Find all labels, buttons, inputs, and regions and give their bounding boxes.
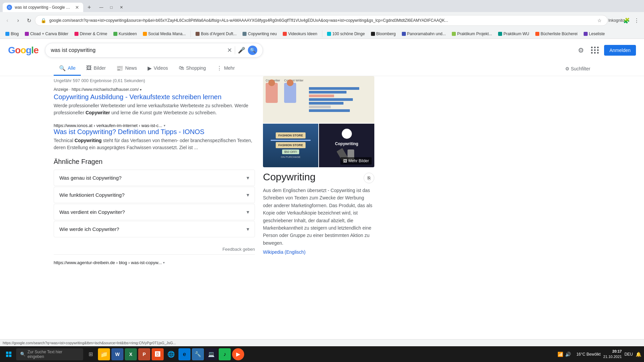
tab-mehr[interactable]: ⋮ Mehr: [211, 62, 240, 76]
bookmark-bois[interactable]: Bois d'Argent Duft...: [193, 31, 239, 37]
tab-shopping[interactable]: 🛍 Shopping: [173, 62, 211, 75]
mehr-bilder-badge[interactable]: 🖼 Mehr Bilder: [340, 157, 372, 165]
search-nav: 🔍 Alle 🖼 Bilder 📰 News ▶ Videos 🛍 Shoppi…: [0, 62, 644, 76]
organic-result-title[interactable]: Was ist Copywriting? Definition und Tipp…: [54, 128, 255, 136]
microphone-icon[interactable]: 🎤: [238, 47, 245, 54]
bottom-result-url: https://www.agentur-dreibein.de › blog ›…: [54, 260, 255, 265]
taskbar-search[interactable]: 🔍 Zur Suche Text hier eingeben: [16, 348, 83, 360]
bookmark-videokurs[interactable]: Videokurs Ideen: [280, 31, 320, 37]
taskbar-app-app10[interactable]: ▶: [232, 348, 244, 360]
browser-window: G was ist copywriting - Google Su... ✕ +…: [0, 0, 644, 362]
tab-videos[interactable]: ▶ Videos: [142, 62, 173, 76]
network-icon[interactable]: 📶: [557, 352, 563, 357]
feedback-row[interactable]: Feedback geben: [54, 244, 255, 254]
bookmark-social-media[interactable]: Social Media Mana...: [140, 31, 189, 37]
svg-rect-0: [6, 352, 8, 354]
taskbar-app-chrome[interactable]: 🌐: [165, 348, 177, 360]
mehr-tab-icon: ⋮: [217, 65, 222, 71]
svg-rect-3: [9, 355, 11, 357]
logo-l: l: [31, 45, 34, 55]
ad-result: Anzeige · https://www.michaelschafhauser…: [54, 87, 255, 116]
reload-button[interactable]: ↻: [24, 16, 34, 25]
tab-news[interactable]: 📰 News: [111, 62, 142, 76]
search-bar[interactable]: ✕ 🎤 🔍: [45, 43, 263, 58]
close-button[interactable]: ✕: [117, 3, 126, 12]
share-button[interactable]: ⎘: [364, 173, 374, 183]
ad-url: https://www.michaelschafhauser.com/: [71, 87, 139, 92]
bookmark-label: Social Media Mana...: [148, 32, 186, 36]
ad-result-title[interactable]: Copywriting Ausbildung - Verkaufstexte s…: [54, 93, 255, 101]
copywriter-figure: [266, 83, 278, 103]
bookmark-dinner[interactable]: Dinner & Crime: [72, 31, 110, 37]
bookmark-star-icon[interactable]: ☆: [595, 16, 603, 24]
sidebar-copywriting-image[interactable]: Copywriting 🖼 Mehr Bilder: [319, 124, 374, 167]
bookmark-icon: [243, 32, 247, 36]
taskbar-search-icon: 🔍: [20, 352, 25, 357]
bookmark-kursideen[interactable]: Kursideen: [111, 31, 140, 37]
minimize-button[interactable]: —: [97, 3, 106, 12]
bookmark-100-dinge[interactable]: 100 schöne Dinge: [324, 31, 368, 37]
bookmark-label: Panoramabahn und...: [407, 32, 446, 36]
logo-b: G: [8, 45, 15, 55]
organic-result-snippet: Technical Copywriting steht für das Verf…: [54, 137, 255, 151]
settings-icon[interactable]: ⚙: [576, 45, 586, 55]
bookmark-panorama[interactable]: Panoramabahn und...: [399, 31, 448, 37]
faq-item-3[interactable]: Was verdient ein Copywriter? ▾: [54, 204, 255, 220]
ad-url-dropdown[interactable]: ▾: [140, 88, 142, 92]
fashion-price: $50 OFF!: [282, 149, 299, 154]
faq-chevron-3: ▾: [247, 209, 249, 215]
signin-button[interactable]: Anmelden: [604, 45, 636, 56]
taskbar-app-app8[interactable]: 💻: [205, 348, 217, 360]
maximize-button[interactable]: □: [107, 3, 116, 12]
start-button[interactable]: [3, 348, 15, 360]
bookmark-leseliste[interactable]: Leseliste: [581, 31, 607, 37]
taskbar-app-files[interactable]: 📁: [98, 348, 110, 360]
bookmark-praktikum-wu[interactable]: Praktikum WU: [495, 31, 532, 37]
knowledge-source-link[interactable]: Wikipedia (Englisch): [263, 249, 374, 255]
clear-icon[interactable]: ✕: [227, 47, 232, 54]
search-submit-icon[interactable]: 🔍: [248, 46, 257, 55]
profile-button[interactable]: Inkognito: [612, 16, 621, 25]
suchfilter-button[interactable]: ⚙ Suchfilter: [565, 66, 590, 71]
tab-close-button[interactable]: ✕: [75, 5, 79, 10]
extensions-button[interactable]: 🧩: [622, 16, 631, 25]
bookmark-bloomberg[interactable]: Bloomberg: [368, 31, 398, 37]
breadcrumb-text: https://www.ionos.at › verkaufen-im-inte…: [54, 123, 162, 128]
task-view-button[interactable]: ⊞: [85, 348, 97, 360]
notification-icon[interactable]: 🔔: [636, 352, 641, 357]
taskbar-app-word[interactable]: W: [111, 348, 123, 360]
back-button[interactable]: ‹: [3, 16, 12, 25]
taskbar-app-excel[interactable]: X: [125, 348, 137, 360]
taskbar-app-edge[interactable]: e: [178, 348, 191, 360]
menu-button[interactable]: ⋮: [632, 16, 641, 25]
new-tab-button[interactable]: +: [85, 3, 94, 12]
volume-icon[interactable]: 🔊: [565, 352, 571, 357]
forward-button[interactable]: ›: [13, 16, 23, 25]
faq-item-4[interactable]: Wie werde ich Copywriter? ▾: [54, 221, 255, 237]
address-bar[interactable]: 🔒 google.com/search?q=was+ist+copywritin…: [35, 15, 608, 26]
faq-item-1[interactable]: Was genau ist Copywriting? ▾: [54, 170, 255, 186]
bottom-url-dropdown[interactable]: ▾: [163, 261, 165, 264]
bookmark-copywriting[interactable]: Copywriting neu: [240, 31, 279, 37]
clock-date: 21.10.2021: [603, 354, 622, 359]
active-tab[interactable]: G was ist copywriting - Google Su... ✕: [3, 3, 83, 12]
search-input[interactable]: [51, 47, 224, 53]
bookmark-cload[interactable]: Cload + Canva Bilder: [22, 31, 71, 37]
tab-alle[interactable]: 🔍 Alle: [54, 62, 81, 76]
taskbar: 🔍 Zur Suche Text hier eingeben ⊞ 📁 W X P…: [0, 346, 644, 362]
taskbar-app-app7[interactable]: 🔧: [192, 348, 204, 360]
taskbar-app-app5[interactable]: 🅱: [152, 348, 164, 360]
taskbar-app-app9[interactable]: ♪: [219, 348, 231, 360]
suchfilter-label: Suchfilter: [571, 66, 590, 71]
taskbar-search-text: Zur Suche Text hier eingeben: [28, 350, 79, 359]
sidebar-main-image[interactable]: Copywriter Content Writer: [263, 76, 374, 123]
sidebar-fashion-image[interactable]: FASHION STORE FASHION STORE $50 OFF! ON …: [263, 124, 318, 167]
bookmark-praktikum[interactable]: Praktikum Projekt...: [449, 31, 495, 37]
bookmark-bucherliste[interactable]: Bücherliste Bücherei: [533, 31, 580, 37]
tab-bilder[interactable]: 🖼 Bilder: [81, 62, 111, 75]
bookmark-blog[interactable]: Blog: [3, 31, 21, 37]
taskbar-app-pp[interactable]: P: [138, 348, 150, 360]
apps-icon[interactable]: [590, 45, 600, 55]
faq-item-2[interactable]: Wie funktioniert Copywriting? ▾: [54, 187, 255, 203]
result-url-dropdown[interactable]: ▾: [164, 124, 165, 127]
